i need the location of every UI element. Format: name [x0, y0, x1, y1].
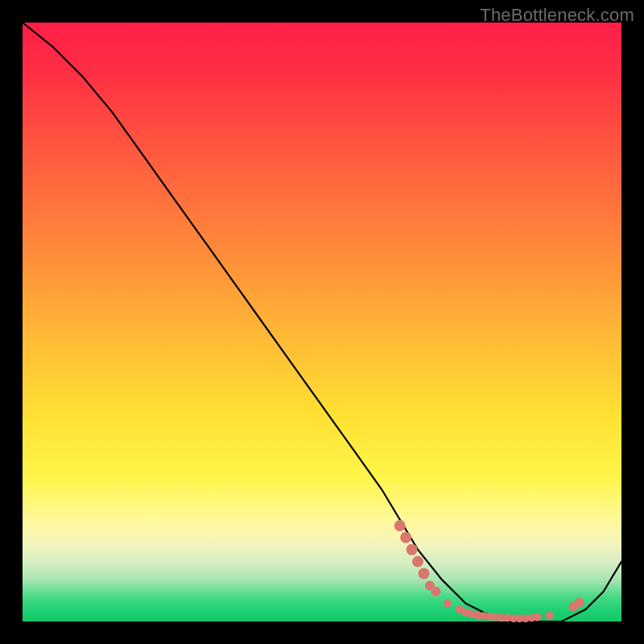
- marker-dot: [534, 613, 542, 621]
- marker-dot: [431, 587, 440, 597]
- marker-dot: [412, 556, 423, 568]
- chart-frame: TheBottleneck.com: [0, 0, 644, 644]
- marker-dot: [419, 568, 430, 580]
- marker-dot: [394, 520, 406, 531]
- marker-dot: [546, 612, 554, 620]
- bottleneck-curve: [23, 23, 621, 621]
- curve-svg: [23, 23, 621, 621]
- marker-dot: [400, 532, 411, 543]
- marker-dot: [407, 544, 418, 555]
- marker-dot: [575, 597, 584, 607]
- curve-markers: [394, 520, 584, 622]
- marker-dot: [444, 600, 452, 608]
- gradient-plot-area: [23, 23, 621, 621]
